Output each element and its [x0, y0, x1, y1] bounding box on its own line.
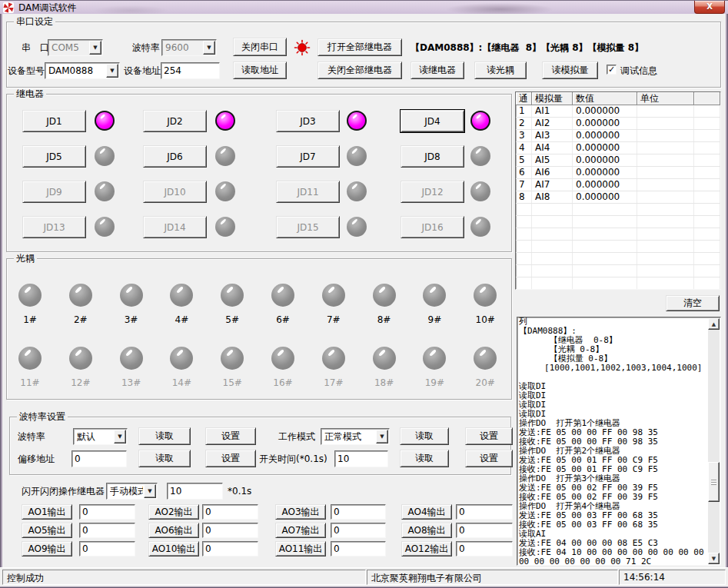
ao-button-AO11[interactable]: AO11输出 [275, 541, 326, 556]
close-all-relays-button[interactable]: 关闭全部继电器 [317, 61, 402, 79]
ao-value-field-7[interactable] [331, 523, 386, 538]
ao-button-AO6[interactable]: AO6输出 [148, 523, 199, 538]
switchtime-read-button[interactable]: 读取 [400, 450, 449, 467]
column-header: 通 [516, 92, 532, 105]
relay-button-jd6[interactable]: JD6 [143, 145, 207, 168]
opto-led-11 [18, 347, 42, 370]
close-serial-button[interactable]: 关闭串口 [233, 38, 287, 56]
close-button[interactable]: X [694, 1, 725, 14]
table-row[interactable]: 2AI20.000000 [516, 118, 720, 130]
clear-log-button[interactable]: 清空 [666, 295, 720, 311]
table-cell: 7 [516, 179, 532, 191]
comm-log-panel[interactable]: 列 【DAM0888】: 【继电器 0-8】 【光耦 0-8】 【模拟量 0-8… [517, 317, 721, 566]
read-relay-button[interactable]: 读继电器 [411, 61, 464, 79]
table-row[interactable]: 4AI40.000000 [516, 142, 720, 154]
table-cell [573, 228, 637, 240]
opto-led-18 [373, 347, 396, 370]
read-opto-button[interactable]: 读光耦 [474, 61, 527, 79]
table-cell [694, 191, 720, 203]
relay-button-jd7[interactable]: JD7 [276, 145, 340, 168]
flash-time-field[interactable] [167, 483, 223, 500]
relay-button-jd2[interactable]: JD2 [143, 110, 207, 132]
model-combobox[interactable]: DAM0888 ▼ [45, 62, 120, 79]
ao-value-field-5[interactable] [79, 523, 135, 538]
relay-button-jd1[interactable]: JD1 [22, 110, 86, 132]
baudrate-set-button[interactable]: 设置 [205, 427, 256, 445]
ao-button-AO9[interactable]: AO9输出 [22, 541, 72, 556]
read-analog-button[interactable]: 读模拟量 [542, 61, 598, 79]
table-cell: 6 [516, 167, 532, 178]
opto-led-16 [271, 347, 294, 370]
ao-button-AO10[interactable]: AO10输出 [148, 541, 199, 556]
workmode-combobox[interactable]: 正常模式 ▼ [321, 428, 390, 445]
workmode-read-button[interactable]: 读取 [400, 427, 449, 445]
baudrate-combobox[interactable]: 默认 ▼ [73, 428, 128, 445]
opto-label-14: 14# [165, 377, 198, 388]
ao-value-field-6[interactable] [202, 523, 258, 538]
table-row[interactable]: 6AI60.000000 [516, 167, 720, 179]
ao-button-AO7[interactable]: AO7输出 [275, 523, 326, 538]
switchtime-set-button[interactable]: 设置 [465, 450, 513, 467]
ao-value-field-1[interactable] [79, 504, 135, 520]
baudrate-read-button[interactable]: 读取 [138, 427, 191, 445]
ao-button-AO4[interactable]: AO4输出 [401, 504, 452, 520]
ao-value-field-9[interactable] [79, 541, 135, 556]
scrollbar-thumb[interactable] [708, 462, 720, 502]
table-cell [516, 277, 532, 289]
offset-addr-field[interactable] [71, 450, 127, 467]
opto-label-4: 4# [165, 314, 198, 325]
scroll-up-icon[interactable]: ▲ [708, 318, 720, 330]
offset-set-button[interactable]: 设置 [205, 450, 256, 467]
ao-button-AO2[interactable]: AO2输出 [148, 504, 199, 520]
device-addr-field[interactable] [161, 62, 220, 79]
column-header: 数值 [573, 92, 637, 105]
relay-button-jd3[interactable]: JD3 [276, 110, 340, 132]
table-cell [694, 118, 720, 129]
table-row[interactable]: 8AI80.000000 [516, 191, 720, 204]
table-cell [573, 277, 637, 289]
relay-button-jd8[interactable]: JD8 [401, 145, 464, 168]
table-cell [637, 253, 694, 264]
ao-value-field-10[interactable] [202, 541, 258, 556]
ao-value-field-11[interactable] [331, 541, 386, 556]
workmode-set-button[interactable]: 设置 [465, 427, 513, 445]
open-all-relays-button[interactable]: 打开全部继电器 [317, 38, 402, 56]
opto-led-4 [170, 284, 193, 307]
ao-value-field-12[interactable] [456, 541, 513, 556]
offset-read-button[interactable]: 读取 [138, 450, 191, 467]
table-empty-row [516, 241, 720, 253]
relay-led-jd14 [215, 217, 235, 237]
relay-button-jd5[interactable]: JD5 [22, 145, 86, 168]
table-cell [694, 228, 720, 240]
ao-value-field-2[interactable] [202, 504, 258, 520]
table-cell [694, 167, 720, 178]
relay-button-jd4[interactable]: JD4 [401, 110, 464, 132]
ao-value-field-8[interactable] [456, 523, 513, 538]
table-cell: 3 [516, 130, 532, 141]
read-addr-button[interactable]: 读取地址 [233, 61, 287, 79]
opto-led-7 [322, 284, 345, 307]
scroll-down-icon[interactable]: ▼ [708, 553, 720, 564]
serial-open-indicator-icon [294, 39, 311, 56]
ao-button-AO1[interactable]: AO1输出 [22, 504, 72, 520]
log-scrollbar[interactable]: ▲ ▼ [708, 318, 720, 564]
switchtime-field[interactable] [334, 450, 388, 467]
ao-value-field-3[interactable] [331, 504, 386, 520]
table-row[interactable]: 3AI30.000000 [516, 130, 720, 142]
opto-label-5: 5# [215, 314, 249, 325]
ao-button-AO12[interactable]: AO12输出 [401, 541, 452, 556]
table-row[interactable]: 5AI50.000000 [516, 154, 720, 167]
table-cell [516, 241, 532, 252]
table-cell [694, 154, 720, 166]
flash-mode-combobox[interactable]: 手动模式 ▼ [106, 483, 158, 500]
ao-button-AO8[interactable]: AO8输出 [401, 523, 452, 538]
table-cell: 4 [516, 142, 532, 154]
ao-value-field-4[interactable] [456, 504, 513, 520]
relay-button-jd9: JD9 [22, 181, 86, 203]
ao-button-AO3[interactable]: AO3输出 [275, 504, 326, 520]
table-row[interactable]: 1AI10.000000 [516, 105, 720, 118]
baud-group-title: 波特率设置 [17, 412, 68, 422]
ao-button-AO5[interactable]: AO5输出 [22, 523, 72, 538]
debug-info-checkbox[interactable]: ✓ [607, 65, 617, 75]
table-row[interactable]: 7AI70.000000 [516, 179, 720, 191]
